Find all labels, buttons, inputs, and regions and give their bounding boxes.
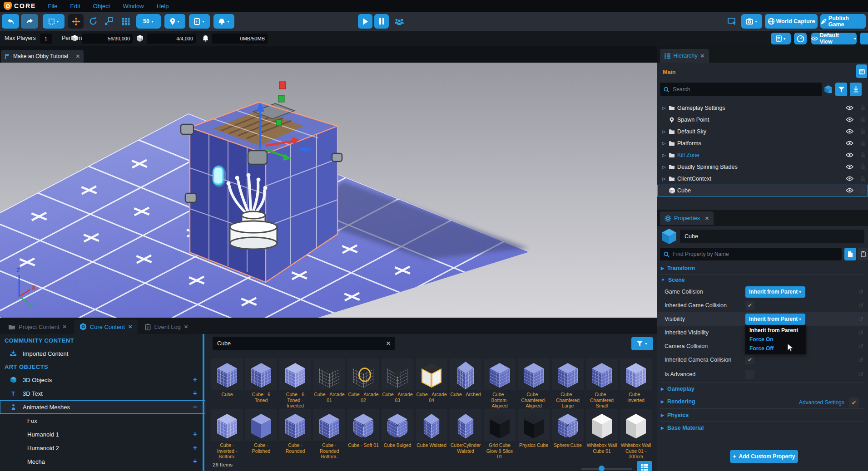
asset-tile-sphere-cube[interactable]: Sphere:Cube (552, 409, 584, 460)
visibility-eye-icon[interactable] (846, 188, 853, 193)
multiplayer-preview-button[interactable] (392, 14, 407, 29)
move-tool-button[interactable] (68, 14, 84, 29)
scene-tab[interactable]: Make an Obby Tutorial ✕ (1, 50, 84, 63)
lock-icon[interactable] (860, 117, 865, 123)
lock-icon[interactable] (860, 140, 865, 146)
asset-tile-whitebox-wall-cube-01-300cm[interactable]: Whitebox Wall Cube 01 - 300cm (620, 409, 652, 460)
asset-tile-cube[interactable]: Cube (211, 358, 243, 409)
game-collision-dropdown[interactable]: Inherit from Parent▼ (745, 286, 805, 298)
add-icon[interactable]: + (193, 457, 197, 466)
close-icon[interactable]: ✕ (700, 53, 704, 59)
property-search[interactable] (660, 248, 842, 260)
hierarchy-item-kill-zone[interactable]: ▷Kill Zone (657, 149, 868, 161)
sidebar-item-humanoid-1[interactable]: Humanoid 1+ (0, 427, 205, 441)
add-custom-property-button[interactable]: + Add Custom Property (730, 450, 798, 463)
visibility-option-force-off[interactable]: Force Off (745, 344, 806, 353)
reset-icon[interactable]: ↺ (858, 356, 863, 363)
hierarchy-item-deadly-spinning-blades[interactable]: ▷Deadly Spinning Blades (657, 161, 868, 173)
object-name-field[interactable]: Cube (680, 230, 864, 243)
lock-icon[interactable] (860, 128, 865, 134)
reset-icon[interactable]: ↺ (858, 343, 863, 350)
sidebar-item-animated-meshes[interactable]: Animated Meshes− (0, 400, 205, 414)
spawn-point-dropdown[interactable]: ▼ (164, 14, 185, 29)
capture-mode-dropdown[interactable]: ▼ (741, 14, 762, 29)
inherited-game-collision-checkbox[interactable]: ✔ (745, 301, 754, 310)
reset-icon[interactable]: ↺ (858, 371, 863, 378)
add-icon[interactable]: + (193, 389, 197, 397)
lighting-dropdown[interactable]: ▼ (213, 14, 234, 29)
sidebar-item-fox[interactable]: Fox (0, 414, 205, 427)
menu-file[interactable]: File (48, 3, 57, 10)
save-options-dropdown[interactable]: ▼ (771, 33, 791, 44)
asset-tile-cube-rounded[interactable]: Cube - Rounded (279, 409, 311, 460)
lock-icon[interactable] (860, 176, 865, 182)
hierarchy-search-input[interactable] (672, 86, 818, 93)
sidebar-scrollbar[interactable] (203, 334, 204, 471)
hierarchy-item-clientcontext[interactable]: ▷ClientContext (657, 173, 868, 185)
reset-icon[interactable]: ↺ (858, 329, 863, 336)
expand-arrow-icon[interactable]: ▷ (661, 177, 667, 181)
lock-icon[interactable] (860, 105, 865, 111)
visibility-eye-icon[interactable] (846, 176, 853, 181)
paste-properties-button[interactable] (858, 248, 868, 260)
viewport-3d[interactable]: Z X Y (0, 63, 657, 318)
hierarchy-collapse-all-button[interactable] (850, 83, 862, 96)
publish-game-button[interactable]: Publish Game (820, 14, 866, 29)
section-scene[interactable]: ▼ Scene (661, 277, 685, 283)
menu-help[interactable]: Help (157, 3, 169, 10)
grid-view-button[interactable] (637, 461, 652, 471)
asset-tile-cube-soft-01[interactable]: Cube - Soft 01 (347, 409, 379, 460)
tab-event-log[interactable]: Event Log✕ (139, 319, 193, 334)
property-search-input[interactable] (672, 250, 838, 258)
sidebar-item-humanoid-2[interactable]: Humanoid 2+ (0, 441, 205, 455)
asset-tile-cube-arcade-02[interactable]: Cube - Arcade 02 (347, 358, 379, 409)
world-capture-button[interactable]: World Capture (765, 14, 818, 29)
content-search[interactable]: Cube ✕ (213, 337, 395, 350)
advanced-settings-checkbox[interactable]: ✔ (849, 397, 859, 407)
copy-properties-button[interactable] (844, 248, 856, 260)
snap-size-dropdown[interactable]: 50 ▼ (136, 14, 161, 29)
close-icon[interactable]: ✕ (128, 324, 132, 330)
select-tool-dropdown[interactable]: ▼ (43, 14, 64, 29)
asset-tile-cube-chamfered-aligned[interactable]: Cube - Chamfered-Aligned (518, 358, 550, 409)
expand-arrow-icon[interactable]: ▷ (661, 153, 667, 157)
expand-arrow-icon[interactable]: ▷ (661, 141, 667, 146)
close-icon[interactable]: ✕ (184, 324, 188, 330)
advanced-settings-link[interactable]: Advanced Settings (799, 399, 844, 406)
close-icon[interactable]: ✕ (705, 216, 709, 221)
expand-arrow-icon[interactable]: ▷ (661, 165, 667, 169)
visibility-eye-icon[interactable] (846, 141, 853, 146)
hierarchy-item-default-sky[interactable]: ▷Default Sky (657, 126, 868, 137)
add-icon[interactable]: + (193, 376, 197, 384)
visibility-eye-icon[interactable] (846, 164, 853, 169)
asset-tile-whitebox-wall-cube-01[interactable]: Whitebox Wall Cube 01 (586, 409, 618, 460)
visibility-option-force-on[interactable]: Force On (745, 335, 806, 344)
visibility-eye-icon[interactable] (846, 117, 853, 122)
visibility-eye-icon[interactable] (846, 129, 853, 134)
edge-panel-button[interactable] (860, 33, 868, 44)
grid-snap-button[interactable] (119, 14, 133, 29)
close-icon[interactable]: ✕ (63, 324, 67, 330)
asset-tile-cube-6-toned-inverted[interactable]: Cube - 6 Toned - Inverted (279, 358, 311, 409)
redo-button[interactable] (21, 14, 38, 29)
asset-tile-cube-polished[interactable]: Cube - Polished (245, 409, 277, 460)
hierarchy-search[interactable] (660, 83, 822, 96)
reset-icon[interactable]: ↺ (858, 288, 863, 295)
asset-tile-cube-arcade-01[interactable]: Cube - Arcade 01 (313, 358, 345, 409)
thumbnail-size-knob[interactable] (599, 466, 605, 471)
asset-tile-cube-bottom-aligned[interactable]: Cube - Bottom-Aligned (484, 358, 516, 409)
tab-core-content[interactable]: Core Content✕ (74, 319, 138, 334)
script-dropdown[interactable]: ▼ (189, 14, 210, 29)
lock-icon[interactable] (860, 164, 865, 170)
clear-search-icon[interactable]: ✕ (386, 340, 391, 347)
sidebar-item-mecha[interactable]: Mecha+ (0, 455, 205, 468)
asset-tile-cube-arched[interactable]: Cube - Arched (450, 358, 481, 409)
screen-share-button[interactable] (725, 14, 739, 29)
hierarchy-item-platforms[interactable]: ▷Platforms (657, 137, 868, 149)
content-filter-button[interactable]: ▼ (631, 337, 653, 350)
asset-tile-cube-arcade-04[interactable]: Cube - Arcade 04 (416, 358, 447, 409)
asset-tile-cube-chamfered-small[interactable]: Cube - Chamfered Small (586, 358, 618, 409)
add-icon[interactable]: + (193, 430, 197, 438)
sidebar-item-3d-text[interactable]: T3D Text+ (0, 387, 205, 400)
pause-button[interactable] (374, 14, 389, 29)
